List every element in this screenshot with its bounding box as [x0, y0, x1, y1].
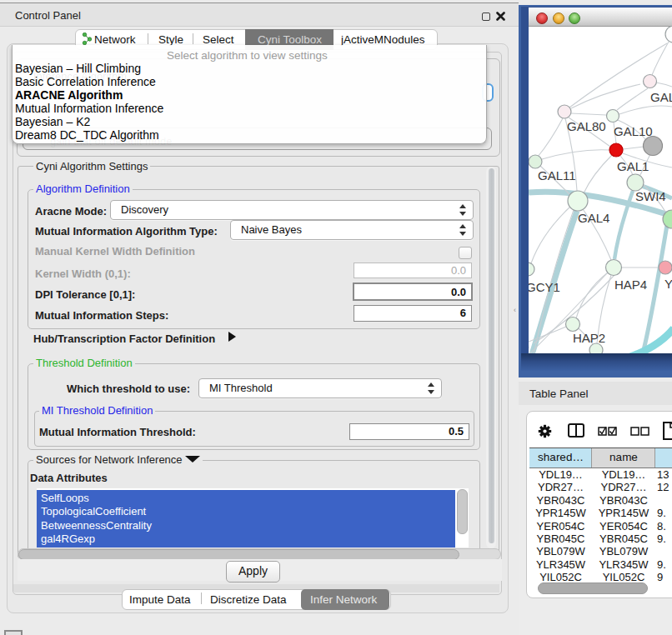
- svg-text:SWI4: SWI4: [635, 189, 666, 203]
- svg-text:GAL1: GAL1: [617, 159, 649, 173]
- svg-text:HAP2: HAP2: [573, 331, 605, 345]
- svg-text:GAL10: GAL10: [614, 124, 653, 138]
- svg-text:GAL80: GAL80: [567, 119, 606, 133]
- svg-text:Y: Y: [664, 277, 672, 291]
- svg-text:GAL11: GAL11: [538, 168, 576, 182]
- svg-text:GAL: GAL: [650, 90, 672, 104]
- svg-text:GAL4: GAL4: [578, 211, 609, 225]
- svg-text:GCY1: GCY1: [529, 280, 560, 294]
- svg-text:HAP4: HAP4: [614, 278, 647, 292]
